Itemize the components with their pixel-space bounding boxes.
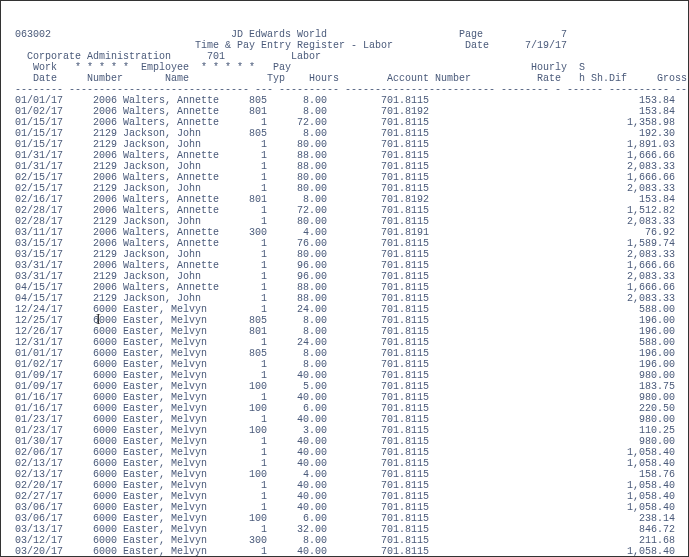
report-body: 063002 JD Edwards World Page 7 Time & Pa… (9, 29, 680, 557)
text-cursor-icon: I (96, 312, 101, 327)
